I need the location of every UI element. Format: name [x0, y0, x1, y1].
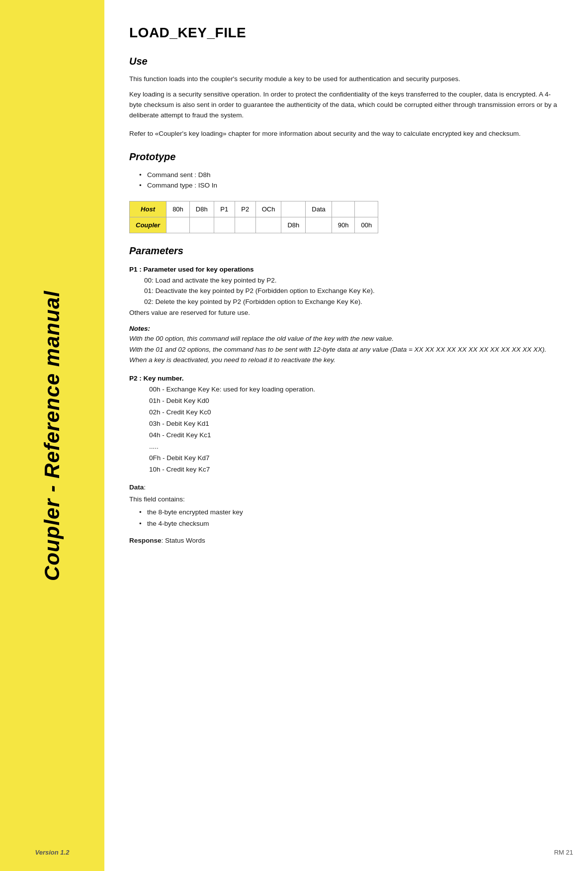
p1-item2: 02: Delete the key pointed by P2 (Forbid… [129, 296, 558, 307]
coupler-D8h: D8h [281, 217, 306, 233]
table-row-coupler: Coupler D8h 90h 00h [130, 217, 378, 233]
host-D8h: D8h [189, 201, 214, 217]
p2-item1: 01h - Debit Key Kd0 [149, 395, 558, 407]
use-para1: This function loads into the coupler's s… [129, 74, 558, 85]
response-text: : Status Words [162, 537, 205, 544]
protocol-table-wrapper: Host 80h D8h P1 P2 OCh Data Coupler [129, 201, 558, 233]
data-section: Data: This field contains: the 8-byte en… [129, 482, 558, 529]
p2-item4: 04h - Credit Key Kc1 [149, 430, 558, 441]
p2-dots: ..... [149, 441, 558, 453]
data-heading-label: Data [129, 484, 144, 491]
bullet-command-sent: Command sent : D8h [139, 170, 558, 181]
p2-item3: 03h - Debit Key Kd1 [149, 418, 558, 430]
p1-others: Others value are reserved for future use… [129, 307, 558, 318]
p2-list: 00h - Exchange Key Ke: used for key load… [149, 384, 558, 476]
host-empty3 [355, 201, 378, 217]
host-OCh: OCh [255, 201, 281, 217]
coupler-empty3 [214, 217, 235, 233]
note2: When a key is deactivated, you need to r… [129, 355, 558, 366]
p2-item7: 10h - Credit key Kc7 [149, 464, 558, 476]
prototype-bullets: Command sent : D8h Command type : ISO In [139, 170, 558, 191]
parameters-heading: Parameters [129, 245, 558, 257]
host-P2: P2 [235, 201, 255, 217]
host-data: Data [306, 201, 332, 217]
page-title: LOAD_KEY_FILE [129, 25, 558, 41]
p2-item6: 0Fh - Debit Key Kd7 [149, 453, 558, 464]
use-para3: Refer to «Coupler's key loading» chapter… [129, 129, 558, 139]
data-bullet0: the 8-byte encrypted master key [139, 507, 558, 518]
notes-heading: Notes: [129, 325, 558, 332]
data-bullet1: the 4-byte checksum [139, 518, 558, 530]
coupler-empty5 [255, 217, 281, 233]
coupler-90h: 90h [332, 217, 355, 233]
note1: With the 01 and 02 options, the command … [129, 344, 558, 355]
p2-item0: 00h - Exchange Key Ke: used for key load… [149, 384, 558, 395]
bullet-command-type: Command type : ISO In [139, 180, 558, 191]
p2-heading: P2 : Key number. [129, 375, 558, 382]
table-row-host: Host 80h D8h P1 P2 OCh Data [130, 201, 378, 217]
data-intro: This field contains: [129, 494, 558, 505]
note0: With the 00 option, this command will re… [129, 333, 558, 344]
page-number: RM 21 [554, 849, 573, 856]
data-bullet-list: the 8-byte encrypted master key the 4-by… [139, 507, 558, 530]
coupler-empty2 [189, 217, 214, 233]
p1-heading: P1 : Parameter used for key operations [129, 266, 558, 273]
main-content: LOAD_KEY_FILE Use This function loads in… [104, 0, 588, 871]
sidebar-title: Coupler - Reference manual [40, 290, 64, 581]
response-label: Response [129, 537, 162, 544]
coupler-empty1 [167, 217, 190, 233]
p1-item0: 00: Load and activate the key pointed by… [129, 275, 558, 286]
sidebar: Coupler - Reference manual Version 1.2 [0, 0, 104, 871]
p1-item1: 01: Deactivate the key pointed by P2 (Fo… [129, 286, 558, 296]
sidebar-version: Version 1.2 [0, 849, 104, 856]
data-heading-line: Data: [129, 482, 558, 493]
protocol-table: Host 80h D8h P1 P2 OCh Data Coupler [129, 201, 378, 233]
coupler-label: Coupler [130, 217, 167, 233]
host-label: Host [130, 201, 167, 217]
host-P1: P1 [214, 201, 235, 217]
host-empty1 [281, 201, 306, 217]
prototype-heading: Prototype [129, 151, 558, 163]
coupler-00h: 00h [355, 217, 378, 233]
coupler-empty6 [306, 217, 332, 233]
coupler-empty4 [235, 217, 255, 233]
sidebar-inner: Coupler - Reference manual [0, 0, 104, 871]
p2-item2: 02h - Credit Key Kc0 [149, 407, 558, 418]
host-80h: 80h [167, 201, 190, 217]
use-para2: Key loading is a security sensitive oper… [129, 90, 558, 121]
response-line: Response: Status Words [129, 537, 558, 544]
use-heading: Use [129, 56, 558, 67]
data-colon: : [144, 484, 146, 491]
host-empty2 [332, 201, 355, 217]
